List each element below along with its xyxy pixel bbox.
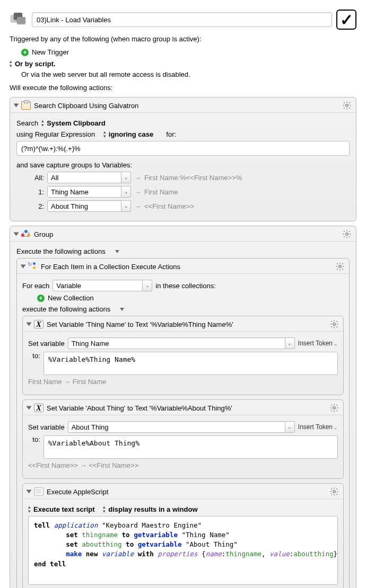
triggers-intro: Triggered by any of the following (when …	[10, 35, 356, 43]
using-regex-label: using Regular Expression	[16, 130, 95, 138]
capture-field-1[interactable]: ⌄	[47, 186, 131, 198]
chevron-down-icon[interactable]: ⌄	[121, 200, 131, 212]
for-each-label: For each	[22, 282, 49, 290]
svg-point-3	[333, 323, 336, 326]
svg-point-2	[339, 265, 342, 268]
variable-icon: X	[34, 404, 43, 412]
loop-icon	[28, 262, 38, 271]
capture-hint: <<First Name>>	[144, 202, 194, 210]
action-title: Set Variable 'Thing Name' to Text '%Vari…	[47, 320, 233, 328]
capture-hint: First Name	[144, 188, 178, 196]
action-group: Group Execute the following actions For …	[10, 226, 356, 588]
action-execute-applescript: Execute AppleScript Execute text script …	[22, 483, 344, 588]
set-variable-label: Set variable	[28, 423, 65, 431]
group-icon	[21, 230, 31, 238]
action-set-variable-2: X Set Variable 'About Thing' to Text '%V…	[22, 399, 344, 479]
applescript-code[interactable]: tell application "Keyboard Maestro Engin…	[28, 516, 338, 585]
execute-actions-label: Execute the following actions	[16, 247, 106, 255]
script-icon	[34, 487, 43, 496]
execute-text-script-option[interactable]: Execute text script	[33, 505, 95, 513]
preview-hint: First Name → First Name	[28, 378, 338, 386]
gear-icon[interactable]	[329, 487, 339, 496]
variable-name-field[interactable]: ⌄	[68, 337, 295, 349]
action-set-variable-1: X Set Variable 'Thing Name' to Text '%Va…	[22, 316, 344, 395]
updown-icon[interactable]	[41, 119, 43, 127]
for-label: for:	[166, 130, 176, 138]
chevron-down-icon[interactable]: ⌄	[285, 421, 295, 433]
gear-icon[interactable]	[329, 403, 339, 413]
disclosure-toggle[interactable]	[27, 406, 32, 410]
action-for-each: For Each Item in a Collection Execute Ac…	[16, 258, 350, 588]
macro-header: ✓	[10, 10, 356, 30]
chevron-down-icon[interactable]: ⌄	[121, 172, 131, 183]
group-label: 1:	[16, 188, 44, 196]
disclosure-toggle[interactable]	[21, 265, 26, 269]
insert-token-menu[interactable]: Insert Token⌄	[298, 423, 338, 431]
plus-icon: +	[21, 49, 29, 56]
disclosure-toggle[interactable]	[120, 308, 124, 311]
new-collection-button[interactable]: + New Collection	[37, 294, 344, 302]
action-search-clipboard: Search Clipboard Using Galvatron Search …	[10, 97, 356, 221]
capture-field-2[interactable]: ⌄	[47, 200, 131, 212]
gear-icon[interactable]	[342, 101, 352, 110]
svg-point-4	[333, 407, 336, 409]
disclosure-toggle[interactable]	[27, 490, 32, 494]
search-label: Search	[16, 119, 38, 127]
or-by-script-row[interactable]: Or by script.	[10, 59, 356, 68]
updown-icon[interactable]	[103, 130, 106, 138]
actions-intro: Will execute the following actions:	[10, 84, 356, 92]
svg-point-1	[346, 233, 348, 236]
gear-icon[interactable]	[329, 319, 339, 329]
gear-icon[interactable]	[342, 229, 352, 239]
svg-point-5	[333, 491, 336, 493]
execute-actions-label: execute the following actions	[22, 305, 110, 313]
set-variable-label: Set variable	[28, 340, 65, 348]
chevron-down-icon[interactable]: ⌄	[121, 186, 131, 198]
variable-name-field[interactable]: ⌄	[68, 421, 295, 433]
new-trigger-label: New Trigger	[32, 48, 69, 56]
chevron-down-icon[interactable]: ⌄	[285, 337, 295, 349]
capture-field-all[interactable]: ⌄	[47, 172, 131, 183]
arrow-icon: →	[134, 174, 141, 182]
disclosure-toggle[interactable]	[115, 250, 119, 253]
new-collection-label: New Collection	[48, 294, 94, 302]
insert-token-menu[interactable]: Insert Token⌄	[298, 340, 338, 347]
updown-icon[interactable]	[103, 505, 105, 513]
search-source[interactable]: System Clipboard	[47, 119, 106, 127]
new-trigger-button[interactable]: + New Trigger	[21, 48, 356, 56]
arrow-icon: →	[134, 202, 141, 210]
to-label: to:	[28, 435, 40, 443]
ignoring-case[interactable]: ignoring case	[109, 130, 154, 138]
group-label: All:	[16, 174, 44, 182]
regex-input[interactable]	[16, 141, 350, 156]
preview-hint: <<First Name>> → <<First Name>>	[28, 461, 338, 469]
action-title: Execute AppleScript	[47, 488, 108, 496]
disclosure-toggle[interactable]	[14, 233, 19, 236]
macro-title-input[interactable]	[32, 12, 332, 27]
disclosure-toggle[interactable]	[27, 323, 32, 326]
svg-point-0	[346, 104, 348, 107]
action-title: Group	[34, 230, 53, 238]
action-title: For Each Item in a Collection Execute Ac…	[41, 263, 180, 271]
group-label: 2:	[16, 202, 44, 210]
plus-icon: +	[37, 295, 45, 302]
updown-icon[interactable]	[28, 505, 30, 513]
webserver-note: Or via the web server but all remote acc…	[21, 70, 356, 78]
gear-icon[interactable]	[335, 262, 345, 271]
chevron-down-icon[interactable]: ⌄	[143, 280, 152, 291]
clipboard-icon	[21, 101, 31, 110]
to-text-input[interactable]	[43, 435, 338, 459]
in-collections-label: in these collections:	[155, 282, 215, 290]
foreach-variable-field[interactable]: ⌄	[53, 280, 152, 291]
action-title: Set Variable 'About Thing' to Text '%Var…	[47, 404, 232, 412]
variable-icon: X	[34, 320, 43, 328]
macro-enabled-toggle[interactable]: ✓	[336, 10, 356, 30]
action-title: Search Clipboard Using Galvatron	[34, 102, 138, 110]
macro-icon	[10, 11, 28, 29]
display-results-option[interactable]: display results in a window	[108, 505, 197, 513]
arrow-icon: →	[134, 188, 141, 196]
updown-icon	[10, 59, 12, 68]
disclosure-toggle[interactable]	[14, 104, 19, 108]
capture-hint: First Name:%<<First Name>>%	[144, 174, 242, 182]
to-text-input[interactable]	[43, 352, 338, 375]
